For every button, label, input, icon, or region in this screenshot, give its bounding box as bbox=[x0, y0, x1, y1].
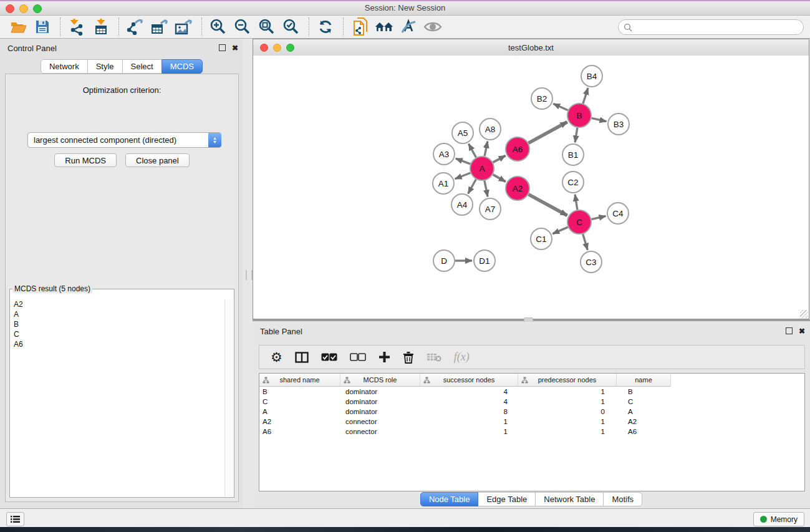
function-builder-icon[interactable]: f(x) bbox=[454, 351, 470, 364]
table-row[interactable]: Adominator80A bbox=[259, 407, 804, 417]
edge-C-C3[interactable] bbox=[583, 234, 588, 250]
graph-node-B3[interactable]: B3 bbox=[608, 114, 629, 135]
tab-node-table[interactable]: Node Table bbox=[420, 492, 479, 506]
result-list-item[interactable]: A2 bbox=[11, 299, 225, 309]
table-cell[interactable]: connector bbox=[340, 418, 420, 425]
graph-node-C2[interactable]: C2 bbox=[562, 172, 584, 193]
table-cell[interactable]: A6 bbox=[259, 428, 340, 435]
result-list-scrollbar[interactable] bbox=[224, 299, 233, 496]
show-hide-eye-icon[interactable] bbox=[423, 17, 442, 36]
edge-A-A4[interactable] bbox=[468, 180, 476, 194]
graph-node-D1[interactable]: D1 bbox=[474, 250, 495, 271]
tab-select[interactable]: Select bbox=[122, 59, 162, 74]
edge-B-B2[interactable] bbox=[553, 104, 568, 110]
graph-node-C3[interactable]: C3 bbox=[581, 251, 602, 273]
table-cell[interactable]: A bbox=[617, 408, 671, 415]
column-view-icon[interactable] bbox=[295, 352, 309, 363]
table-cell[interactable]: A bbox=[259, 408, 340, 415]
edge-A-A7[interactable] bbox=[485, 181, 488, 197]
import-table-icon[interactable] bbox=[92, 17, 110, 36]
resize-grip-icon[interactable] bbox=[800, 310, 808, 318]
column-header-MCDS-role[interactable]: MCDS role bbox=[340, 374, 420, 387]
table-cell[interactable]: dominator bbox=[340, 398, 420, 405]
zoom-fit-icon[interactable] bbox=[258, 17, 276, 36]
table-cell[interactable]: C bbox=[259, 398, 340, 405]
save-session-icon[interactable] bbox=[33, 17, 52, 36]
tab-motifs[interactable]: Motifs bbox=[603, 492, 642, 506]
graph-node-A5[interactable]: A5 bbox=[452, 122, 473, 143]
graph-node-D[interactable]: D bbox=[433, 250, 455, 271]
graph-node-B[interactable]: B bbox=[567, 104, 591, 127]
graph-node-A3[interactable]: A3 bbox=[433, 143, 455, 165]
table-cell[interactable]: dominator bbox=[340, 388, 420, 395]
float-table-panel-icon[interactable] bbox=[786, 327, 793, 334]
main-titlebar[interactable]: Session: New Session bbox=[0, 1, 810, 16]
edge-C-C1[interactable] bbox=[552, 227, 567, 234]
result-list-item[interactable]: C bbox=[11, 329, 225, 339]
table-row[interactable]: Cdominator41C bbox=[259, 397, 804, 407]
graph-node-B1[interactable]: B1 bbox=[562, 144, 584, 165]
edge-A-A6[interactable] bbox=[493, 156, 506, 163]
zoom-out-icon[interactable] bbox=[233, 17, 252, 36]
open-session-icon[interactable] bbox=[9, 17, 27, 36]
graph-node-C1[interactable]: C1 bbox=[531, 228, 552, 249]
export-table-icon[interactable] bbox=[150, 17, 169, 36]
table-cell[interactable]: 1 bbox=[518, 398, 617, 405]
zoom-in-icon[interactable] bbox=[209, 17, 228, 36]
table-cell[interactable]: connector bbox=[340, 428, 420, 435]
table-cell[interactable]: 8 bbox=[420, 408, 518, 415]
search-field[interactable] bbox=[618, 19, 804, 35]
table-cell[interactable]: A6 bbox=[617, 428, 671, 435]
select-all-checkboxes-icon[interactable] bbox=[321, 353, 337, 361]
network-graph[interactable]: B4B2BB3A5A8A6B1A3AA1A2C2A4A7C4CC1C3DD1 bbox=[253, 56, 809, 319]
edge-B-B4[interactable] bbox=[583, 88, 588, 104]
column-header-name[interactable]: name bbox=[617, 374, 671, 387]
column-header-shared-name[interactable]: shared name bbox=[259, 374, 340, 387]
edge-A-A8[interactable] bbox=[485, 142, 488, 157]
graph-node-A1[interactable]: A1 bbox=[433, 173, 454, 194]
tab-network[interactable]: Network bbox=[41, 59, 88, 74]
result-list-item[interactable]: B bbox=[11, 319, 225, 329]
graph-node-A4[interactable]: A4 bbox=[451, 194, 473, 215]
vertical-split-grip[interactable] bbox=[246, 270, 253, 280]
settings-gear-icon[interactable]: ⚙ bbox=[271, 351, 282, 364]
import-network-icon[interactable] bbox=[67, 17, 86, 36]
optimization-criterion-dropdown[interactable]: largest connected component (directed) ▲… bbox=[27, 132, 221, 148]
tab-style[interactable]: Style bbox=[87, 59, 123, 74]
zoom-selected-icon[interactable] bbox=[282, 17, 301, 36]
export-network-icon[interactable] bbox=[126, 17, 145, 36]
graph-node-C[interactable]: C bbox=[567, 210, 591, 234]
graph-node-A[interactable]: A bbox=[470, 157, 494, 180]
table-row[interactable]: A6connector11A6 bbox=[259, 427, 804, 437]
edge-C-C2[interactable] bbox=[575, 195, 577, 210]
edge-A6-B[interactable] bbox=[529, 122, 567, 143]
edge-C-C4[interactable] bbox=[592, 216, 606, 219]
network-window-titlebar[interactable]: testGlobe.txt bbox=[253, 39, 809, 56]
task-history-button[interactable] bbox=[6, 512, 24, 526]
table-cell[interactable]: B bbox=[617, 388, 671, 395]
deselect-all-checkboxes-icon[interactable] bbox=[350, 353, 366, 361]
edge-A-A3[interactable] bbox=[456, 158, 471, 164]
table-cell[interactable]: 1 bbox=[420, 418, 518, 425]
close-panel-button[interactable]: Close panel bbox=[125, 153, 190, 167]
network-canvas[interactable]: B4B2BB3A5A8A6B1A3AA1A2C2A4A7C4CC1C3DD1 bbox=[253, 56, 809, 319]
close-table-panel-icon[interactable]: ✖ bbox=[799, 328, 805, 334]
graph-node-B2[interactable]: B2 bbox=[531, 88, 552, 109]
refresh-network-icon[interactable] bbox=[316, 17, 335, 36]
table-cell[interactable]: B bbox=[259, 388, 340, 395]
hide-labels-icon[interactable] bbox=[399, 17, 418, 36]
tab-edge-table[interactable]: Edge Table bbox=[478, 492, 536, 506]
column-header-predecessor-nodes[interactable]: predecessor nodes bbox=[518, 374, 617, 387]
result-list-item[interactable]: A6 bbox=[11, 339, 225, 349]
float-panel-icon[interactable] bbox=[219, 44, 226, 51]
graph-node-B4[interactable]: B4 bbox=[581, 65, 602, 87]
edge-B-B1[interactable] bbox=[575, 128, 577, 142]
edge-A-A5[interactable] bbox=[469, 144, 476, 158]
export-image-icon[interactable] bbox=[175, 17, 193, 36]
edge-A-A1[interactable] bbox=[455, 173, 471, 179]
home-icon[interactable] bbox=[375, 17, 393, 36]
network-from-clipboard-icon[interactable] bbox=[350, 17, 369, 36]
edge-A2-C[interactable] bbox=[529, 195, 567, 216]
table-cell[interactable]: C bbox=[617, 398, 671, 405]
delete-table-icon[interactable] bbox=[427, 352, 441, 362]
